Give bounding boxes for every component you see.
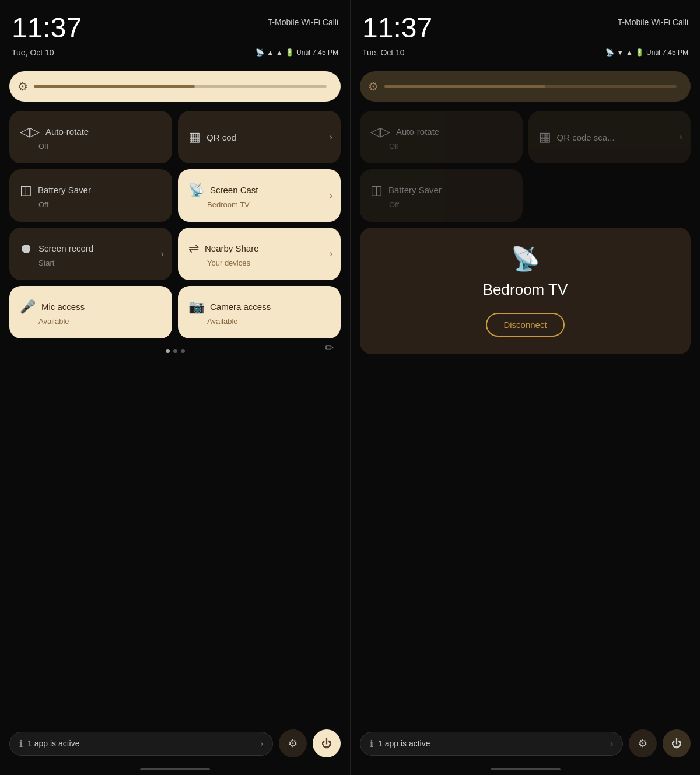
- tile-battery-saver[interactable]: ◫ Battery Saver Off: [9, 169, 172, 222]
- right-active-app-text: 1 app is active: [378, 739, 606, 748]
- cast-icon: 📡: [256, 48, 264, 57]
- r-qr-icon: ▦: [539, 130, 551, 145]
- screen-cast-arrow: ›: [330, 190, 332, 201]
- brightness-icon: ⚙: [18, 79, 28, 93]
- r-battery-saver-icon: ◫: [370, 183, 383, 198]
- battery-saver-title: Battery Saver: [38, 185, 91, 195]
- r-qr-title: QR code sca...: [557, 132, 615, 142]
- left-brightness-slider[interactable]: ⚙: [9, 71, 341, 102]
- screen-record-title: Screen record: [38, 243, 93, 253]
- nearby-share-title: Nearby Share: [205, 243, 259, 253]
- left-status-bar: 11:37 T-Mobile Wi-Fi Calli: [0, 0, 350, 46]
- tile-auto-rotate[interactable]: ◁▷ Auto-rotate Off: [9, 111, 172, 163]
- left-tiles-grid: ◁▷ Auto-rotate Off ▦ QR cod › ◫ Battery …: [0, 111, 350, 338]
- status-info-r: Until 7:45 PM: [646, 48, 688, 57]
- right-settings-button[interactable]: ⚙: [629, 729, 657, 757]
- left-bottom-bar: ℹ 1 app is active › ⚙ ⏻: [9, 729, 341, 757]
- tile-mic-access[interactable]: 🎤 Mic access Available: [9, 286, 172, 338]
- screen-record-arrow: ›: [161, 249, 164, 259]
- tile-screen-cast[interactable]: 📡 Screen Cast Bedroom TV ›: [178, 169, 341, 222]
- battery-saver-sub: Off: [38, 200, 162, 209]
- screen-cast-sub: Bedroom TV: [207, 200, 330, 209]
- cast-device-name: Bedroom TV: [483, 281, 568, 299]
- right-tile-empty: [528, 169, 691, 222]
- right-tile-battery-saver[interactable]: ◫ Battery Saver Off: [360, 169, 523, 222]
- wifi-icon: ▲: [267, 48, 274, 57]
- auto-rotate-sub: Off: [38, 142, 162, 151]
- right-status-bar: 11:37 T-Mobile Wi-Fi Calli: [351, 0, 700, 46]
- left-settings-button[interactable]: ⚙: [279, 729, 307, 757]
- mic-icon: 🎤: [20, 299, 36, 315]
- left-home-indicator: [140, 768, 210, 770]
- r-settings-icon: ⚙: [638, 737, 648, 750]
- r-info-icon: ℹ: [370, 738, 373, 749]
- qr-icon: ▦: [188, 130, 201, 145]
- status-info: Until 7:45 PM: [296, 48, 338, 57]
- dot-1[interactable]: [166, 349, 170, 353]
- right-date: Tue, Oct 10: [362, 48, 405, 57]
- screen-cast-title: Screen Cast: [210, 185, 258, 195]
- nearby-share-sub: Your devices: [207, 259, 330, 267]
- right-status-right: T-Mobile Wi-Fi Calli: [618, 14, 688, 27]
- r-auto-rotate-icon: ◁▷: [370, 124, 390, 139]
- right-bottom-bar: ℹ 1 app is active › ⚙ ⏻: [360, 729, 691, 757]
- dot-3[interactable]: [181, 349, 185, 353]
- right-home-indicator: [491, 768, 561, 770]
- nearby-share-icon: ⇌: [188, 241, 199, 256]
- edit-button[interactable]: ✏: [325, 341, 334, 354]
- screen-record-sub: Start: [38, 259, 162, 267]
- right-panel: 11:37 T-Mobile Wi-Fi Calli Tue, Oct 10 📡…: [350, 0, 700, 775]
- tile-qr-code[interactable]: ▦ QR cod ›: [178, 111, 341, 163]
- right-power-button[interactable]: ⏻: [663, 729, 691, 757]
- r-auto-rotate-title: Auto-rotate: [396, 127, 439, 137]
- right-tiles-grid: ◁▷ Auto-rotate Off ▦ QR code sca... › ◫ …: [351, 111, 700, 222]
- mic-title: Mic access: [41, 302, 85, 312]
- left-status-icons: 📡 ▲ ▲ 🔋 Until 7:45 PM: [256, 48, 338, 57]
- r-active-app-arrow: ›: [610, 739, 613, 748]
- right-active-app-pill[interactable]: ℹ 1 app is active ›: [360, 732, 623, 756]
- brightness-fill: [34, 85, 195, 88]
- power-icon: ⏻: [321, 738, 332, 750]
- right-status-icons: 📡 ▼ ▲ 🔋 Until 7:45 PM: [606, 48, 688, 57]
- r-power-icon: ⏻: [671, 738, 682, 750]
- wifi-icon-r: ▼: [617, 48, 624, 57]
- screen-record-icon: ⏺: [20, 241, 33, 256]
- auto-rotate-title: Auto-rotate: [46, 127, 89, 137]
- active-app-arrow: ›: [260, 739, 263, 748]
- r-battery-saver-title: Battery Saver: [388, 185, 442, 195]
- signal-icon-r: ▲: [626, 48, 633, 57]
- left-date-row: Tue, Oct 10 📡 ▲ ▲ 🔋 Until 7:45 PM: [0, 46, 350, 67]
- qr-title: QR cod: [206, 132, 236, 142]
- right-tile-qr-code[interactable]: ▦ QR code sca... ›: [528, 111, 691, 163]
- tile-camera-access[interactable]: 📷 Camera access Available: [178, 286, 341, 338]
- camera-icon: 📷: [188, 299, 204, 315]
- right-time: 11:37: [362, 14, 432, 42]
- disconnect-button[interactable]: Disconnect: [486, 313, 564, 337]
- tile-screen-record[interactable]: ⏺ Screen record Start ›: [9, 228, 172, 280]
- r-battery-saver-sub: Off: [389, 200, 512, 209]
- right-brightness-slider[interactable]: ⚙: [360, 71, 691, 102]
- tile-nearby-share[interactable]: ⇌ Nearby Share Your devices ›: [178, 228, 341, 280]
- screen-cast-icon: 📡: [188, 183, 204, 198]
- brightness-track-r: [384, 85, 677, 88]
- dot-2[interactable]: [173, 349, 177, 353]
- camera-title: Camera access: [210, 302, 271, 312]
- pagination-row: ✏: [0, 338, 350, 357]
- screen-cast-panel: 📡 Bedroom TV Disconnect: [360, 228, 691, 354]
- qr-arrow: ›: [330, 132, 332, 142]
- auto-rotate-icon: ◁▷: [20, 124, 40, 139]
- signal-icon: ▲: [276, 48, 283, 57]
- r-qr-arrow: ›: [680, 132, 682, 142]
- battery-saver-icon: ◫: [20, 183, 32, 198]
- pagination-dots: [166, 349, 185, 353]
- brightness-icon-r: ⚙: [368, 79, 379, 93]
- brightness-fill-r: [384, 85, 545, 88]
- mic-sub: Available: [38, 317, 162, 326]
- left-power-button[interactable]: ⏻: [313, 729, 341, 757]
- info-icon: ℹ: [19, 738, 23, 749]
- left-status-right: T-Mobile Wi-Fi Calli: [268, 14, 338, 27]
- active-app-pill[interactable]: ℹ 1 app is active ›: [9, 732, 273, 756]
- left-panel: 11:37 T-Mobile Wi-Fi Calli Tue, Oct 10 📡…: [0, 0, 350, 775]
- right-tile-auto-rotate[interactable]: ◁▷ Auto-rotate Off: [360, 111, 523, 163]
- cast-icon-r: 📡: [606, 48, 614, 57]
